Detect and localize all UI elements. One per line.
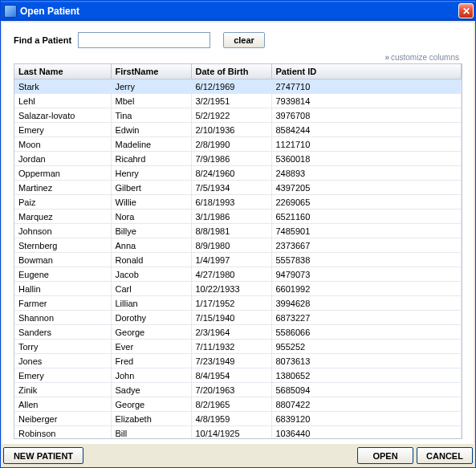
cell-first: Willie <box>111 195 191 210</box>
table-row[interactable]: JohnsonBillye8/8/19817485901 <box>14 224 462 238</box>
cell-last: Marquez <box>14 210 111 224</box>
cell-dob: 8/4/1954 <box>191 368 271 383</box>
table-row[interactable]: MartinezGilbert7/5/19344397205 <box>14 181 462 195</box>
cell-last: Stark <box>14 79 111 94</box>
cell-pid: 4397205 <box>271 181 462 195</box>
table-row[interactable]: ZinikSadye7/20/19635685094 <box>14 383 462 397</box>
cell-last: Jones <box>14 354 111 368</box>
table-row[interactable]: SternbergAnna8/9/19802373667 <box>14 238 462 253</box>
cell-last: Bowman <box>14 253 111 267</box>
table-row[interactable]: RobinsonBill10/14/19251036440 <box>14 426 462 439</box>
window-title: Open Patient <box>20 6 458 17</box>
cell-first: Ricahrd <box>111 152 191 166</box>
table-header-row: Last Name FirstName Date of Birth Patien… <box>14 64 462 79</box>
cell-dob: 7/20/1963 <box>191 383 271 397</box>
cell-first: Tina <box>111 108 191 123</box>
open-button[interactable]: OPEN <box>357 447 413 464</box>
cell-dob: 8/8/1981 <box>191 224 271 238</box>
table-row[interactable]: BowmanRonald1/4/19975557838 <box>14 253 462 267</box>
cell-first: Lillian <box>111 296 191 311</box>
cell-pid: 6601992 <box>271 282 462 296</box>
cell-dob: 2/3/1964 <box>191 325 271 340</box>
close-icon: ✕ <box>462 6 470 16</box>
cell-dob: 5/2/1922 <box>191 108 271 123</box>
cell-pid: 1121710 <box>271 137 462 152</box>
cell-last: Opperman <box>14 166 111 181</box>
chevron-right-icon: » <box>384 53 389 62</box>
cell-first: Fred <box>111 354 191 368</box>
cell-pid: 955252 <box>271 340 462 354</box>
table-row[interactable]: ShannonDorothy7/15/19406873227 <box>14 311 462 325</box>
cell-last: Salazar-lovato <box>14 108 111 123</box>
table-row[interactable]: NeibergerElizabeth4/8/19596839120 <box>14 412 462 426</box>
cell-last: Torry <box>14 340 111 354</box>
cell-last: Paiz <box>14 195 111 210</box>
table-row[interactable]: MarquezNora3/1/19866521160 <box>14 210 462 224</box>
cell-pid: 248893 <box>271 166 462 181</box>
customize-columns-link[interactable]: » customize columns <box>384 53 459 62</box>
cell-dob: 3/1/1986 <box>191 210 271 224</box>
cell-pid: 3994628 <box>271 296 462 311</box>
cell-pid: 2747710 <box>271 79 462 94</box>
cell-first: Ronald <box>111 253 191 267</box>
cell-first: Elizabeth <box>111 412 191 426</box>
table-row[interactable]: TorryEver7/11/1932955252 <box>14 340 462 354</box>
cell-pid: 8584244 <box>271 123 462 137</box>
cell-dob: 3/2/1951 <box>191 94 271 108</box>
table-row[interactable]: JordanRicahrd7/9/19865360018 <box>14 152 462 166</box>
cell-pid: 1380652 <box>271 368 462 383</box>
cell-first: Gilbert <box>111 181 191 195</box>
col-header-first-name[interactable]: FirstName <box>111 64 191 79</box>
cell-dob: 7/15/1940 <box>191 311 271 325</box>
col-header-dob[interactable]: Date of Birth <box>191 64 271 79</box>
cell-last: Moon <box>14 137 111 152</box>
customize-columns-label: customize columns <box>391 53 459 62</box>
table-row[interactable]: HallinCarl10/22/19336601992 <box>14 282 462 296</box>
table-row[interactable]: Salazar-lovatoTina5/2/19223976708 <box>14 108 462 123</box>
cell-last: Martinez <box>14 181 111 195</box>
cell-last: Shannon <box>14 311 111 325</box>
cell-pid: 8807422 <box>271 397 462 412</box>
table-row[interactable]: EmeryJohn8/4/19541380652 <box>14 368 462 383</box>
col-header-last-name[interactable]: Last Name <box>14 64 111 79</box>
table-row[interactable]: OppermanHenry8/24/1960248893 <box>14 166 462 181</box>
cell-last: Neiberger <box>14 412 111 426</box>
close-button[interactable]: ✕ <box>458 3 474 18</box>
table-row[interactable]: AllenGeorge8/2/19658807422 <box>14 397 462 412</box>
cell-pid: 6521160 <box>271 210 462 224</box>
col-header-patient-id[interactable]: Patient ID <box>271 64 462 79</box>
table-row[interactable]: SandersGeorge2/3/19645586066 <box>14 325 462 340</box>
footer-spacer <box>87 447 354 464</box>
cell-dob: 1/17/1952 <box>191 296 271 311</box>
table-row[interactable]: MoonMadeline2/8/19901121710 <box>14 137 462 152</box>
cell-last: Emery <box>14 123 111 137</box>
table-row[interactable]: StarkJerry6/12/19692747710 <box>14 79 462 94</box>
search-input[interactable] <box>78 32 210 48</box>
dialog-footer: NEW PATIENT OPEN CANCEL <box>1 444 475 467</box>
table-row[interactable]: EugeneJacob4/27/19809479073 <box>14 267 462 282</box>
cell-first: George <box>111 397 191 412</box>
cell-pid: 2373667 <box>271 238 462 253</box>
cell-pid: 9479073 <box>271 267 462 282</box>
cell-first: George <box>111 325 191 340</box>
cell-pid: 5360018 <box>271 152 462 166</box>
patient-table-scroll[interactable]: Last Name FirstName Date of Birth Patien… <box>14 64 462 438</box>
cell-dob: 8/9/1980 <box>191 238 271 253</box>
table-row[interactable]: LehlMbel3/2/19517939814 <box>14 94 462 108</box>
table-row[interactable]: JonesFred7/23/19498073613 <box>14 354 462 368</box>
clear-button[interactable]: clear <box>223 32 265 48</box>
table-row[interactable]: PaizWillie6/18/19932269065 <box>14 195 462 210</box>
cell-first: Billye <box>111 224 191 238</box>
cell-last: Zinik <box>14 383 111 397</box>
cell-first: Anna <box>111 238 191 253</box>
cancel-button[interactable]: CANCEL <box>417 447 473 464</box>
new-patient-button[interactable]: NEW PATIENT <box>3 447 83 464</box>
cell-pid: 3976708 <box>271 108 462 123</box>
search-label: Find a Patient <box>14 35 71 45</box>
cell-dob: 6/12/1969 <box>191 79 271 94</box>
cell-pid: 7485901 <box>271 224 462 238</box>
table-row[interactable]: EmeryEdwin2/10/19368584244 <box>14 123 462 137</box>
table-row[interactable]: FarmerLillian1/17/19523994628 <box>14 296 462 311</box>
cell-first: Mbel <box>111 94 191 108</box>
cell-first: Carl <box>111 282 191 296</box>
